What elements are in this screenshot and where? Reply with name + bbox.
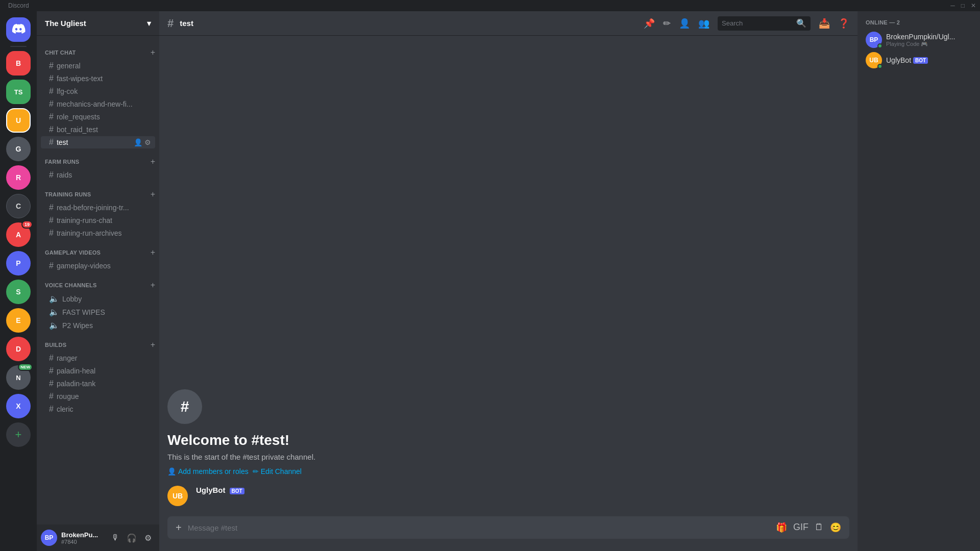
- server-list: B TS U G R C A 19 P S E D: [0, 11, 37, 551]
- edit-channel-link[interactable]: ✏ Edit Channel: [253, 467, 302, 475]
- chevron-down-icon: ▾: [147, 19, 151, 28]
- channel-read-before[interactable]: # read-before-joining-tr...: [41, 202, 155, 214]
- channel-general[interactable]: # general: [41, 60, 155, 72]
- channel-lfg-cok[interactable]: # lfg-cok: [41, 85, 155, 97]
- header-actions: 📌 ✏ 👤 👥 🔍 📥 ❓: [644, 16, 849, 31]
- online-header: ONLINE — 2: [862, 19, 976, 30]
- category-builds-add[interactable]: +: [151, 340, 155, 349]
- member-brokenpumpkin-avatar: BP: [866, 32, 882, 48]
- channel-paladin-heal[interactable]: # paladin-heal: [41, 365, 155, 377]
- gift-icon[interactable]: 🎁: [776, 522, 787, 533]
- inbox-icon[interactable]: 📥: [819, 18, 830, 29]
- category-training-runs-add[interactable]: +: [151, 190, 155, 199]
- server-icon-4[interactable]: G: [6, 137, 31, 161]
- channel-rougue[interactable]: # rougue: [41, 390, 155, 403]
- text-channel-icon: #: [49, 170, 54, 180]
- server-icon-9[interactable]: S: [6, 280, 31, 304]
- channel-test-name: test: [57, 138, 131, 146]
- member-sidebar: ONLINE — 2 BP BrokenPumpkin/Ugl... Playi…: [857, 11, 980, 551]
- category-chit-chat-add[interactable]: +: [151, 48, 155, 57]
- category-voice-channels-add[interactable]: +: [151, 281, 155, 290]
- category-training-runs[interactable]: TRAINING RUNS +: [37, 182, 159, 201]
- user-tag: #7840: [61, 539, 104, 545]
- server-icon-2[interactable]: TS: [6, 80, 31, 104]
- maximize-button[interactable]: □: [961, 2, 965, 9]
- message-input[interactable]: [188, 523, 770, 532]
- help-icon[interactable]: ❓: [838, 18, 849, 29]
- channel-test[interactable]: # test 👤 ⚙: [41, 136, 155, 148]
- add-members-link[interactable]: 👤 Add members or roles: [167, 467, 249, 475]
- channel-mechanics[interactable]: # mechanics-and-new-fi...: [41, 98, 155, 110]
- channel-read-before-name: read-before-joining-tr...: [57, 204, 151, 212]
- member-brokenpumpkin-info: BrokenPumpkin/Ugl... Playing Code 🎮: [886, 33, 972, 47]
- minimize-button[interactable]: ─: [950, 2, 955, 9]
- channel-list: CHIT CHAT + # general # fast-wipes-text …: [37, 36, 159, 524]
- server-icon-1[interactable]: B: [6, 51, 31, 76]
- category-gameplay-videos[interactable]: GAMEPLAY VIDEOS +: [37, 240, 159, 259]
- voice-channel-p2-wipes[interactable]: 🔈 P2 Wipes: [41, 319, 155, 332]
- channel-ranger[interactable]: # ranger: [41, 352, 155, 364]
- sticker-icon[interactable]: 🗒: [815, 522, 824, 533]
- text-channel-icon: #: [49, 392, 54, 401]
- mute-button[interactable]: 🎙: [108, 531, 122, 545]
- category-chit-chat[interactable]: CHIT CHAT +: [37, 40, 159, 59]
- server-header[interactable]: The Ugliest ▾: [37, 11, 159, 36]
- member-uglybot[interactable]: UB UglyBot BOT: [862, 50, 976, 70]
- server-icon-8[interactable]: P: [6, 251, 31, 276]
- category-gameplay-videos-add[interactable]: +: [151, 248, 155, 257]
- uglybot-username: UglyBot: [196, 486, 226, 494]
- channel-raids[interactable]: # raids: [41, 169, 155, 181]
- text-channel-icon: #: [49, 61, 54, 70]
- voice-channel-fast-wipes[interactable]: 🔈 FAST WIPES: [41, 306, 155, 318]
- user-controls: 🎙 🎧 ⚙: [108, 531, 155, 545]
- category-voice-channels[interactable]: VOICE CHANNELS +: [37, 272, 159, 292]
- channel-header: # test 📌 ✏ 👤 👥 🔍 📥 ❓: [159, 11, 857, 36]
- gif-icon[interactable]: GIF: [793, 522, 808, 533]
- server-icon-6[interactable]: C: [6, 194, 31, 218]
- add-member-header-icon[interactable]: 👤: [679, 18, 690, 29]
- category-builds[interactable]: BUILDS +: [37, 332, 159, 352]
- category-farm-runs-label: FARM RUNS: [45, 159, 79, 165]
- main-content: # test 📌 ✏ 👤 👥 🔍 📥 ❓ # Welcom: [159, 11, 857, 551]
- server-icon-13[interactable]: X: [6, 394, 31, 418]
- channel-fast-wipes-text-name: fast-wipes-text: [57, 74, 151, 83]
- category-farm-runs[interactable]: FARM RUNS +: [37, 149, 159, 168]
- add-member-icon[interactable]: 👤: [134, 138, 142, 146]
- server-icon-10[interactable]: E: [6, 308, 31, 333]
- discord-home-button[interactable]: [6, 17, 31, 42]
- channel-bot-raid-test[interactable]: # bot_raid_test: [41, 123, 155, 136]
- deafen-button[interactable]: 🎧: [125, 531, 139, 545]
- member-uglybot-badge: BOT: [913, 57, 928, 64]
- channel-role-requests[interactable]: # role_requests: [41, 111, 155, 123]
- member-uglybot-name: UglyBot: [886, 56, 911, 64]
- server-icon-active[interactable]: U: [6, 108, 31, 133]
- channel-gameplay-videos[interactable]: # gameplay-videos: [41, 260, 155, 272]
- welcome-section: # Welcome to #test! This is the start of…: [159, 389, 857, 484]
- edit-icon[interactable]: ✏: [663, 18, 671, 29]
- close-button[interactable]: ✕: [971, 2, 976, 9]
- search-input[interactable]: [722, 19, 793, 27]
- settings-button[interactable]: ⚙: [141, 531, 155, 545]
- category-farm-runs-add[interactable]: +: [151, 157, 155, 166]
- voice-channel-lobby[interactable]: 🔈 Lobby: [41, 292, 155, 305]
- settings-icon[interactable]: ⚙: [144, 138, 151, 146]
- text-channel-icon: #: [49, 366, 54, 375]
- user-name: BrokenPu...: [61, 531, 104, 539]
- server-icon-12[interactable]: N NEW: [6, 365, 31, 390]
- member-brokenpumpkin[interactable]: BP BrokenPumpkin/Ugl... Playing Code 🎮: [862, 30, 976, 50]
- channel-fast-wipes-text[interactable]: # fast-wipes-text: [41, 72, 155, 85]
- message-add-button[interactable]: +: [176, 522, 182, 534]
- members-icon[interactable]: 👥: [698, 18, 709, 29]
- text-channel-icon: #: [49, 74, 54, 83]
- emoji-icon[interactable]: 😊: [830, 522, 841, 533]
- channel-training-archives[interactable]: # training-run-archives: [41, 227, 155, 239]
- channel-paladin-tank[interactable]: # paladin-tank: [41, 378, 155, 390]
- channel-training-chat[interactable]: # training-runs-chat: [41, 214, 155, 227]
- welcome-title: Welcome to #test!: [167, 432, 849, 448]
- pin-icon[interactable]: 📌: [644, 18, 655, 29]
- channel-cleric[interactable]: # cleric: [41, 403, 155, 415]
- server-icon-11[interactable]: D: [6, 337, 31, 361]
- add-server-button[interactable]: +: [6, 422, 31, 447]
- server-icon-7[interactable]: A 19: [6, 222, 31, 247]
- server-icon-5[interactable]: R: [6, 165, 31, 190]
